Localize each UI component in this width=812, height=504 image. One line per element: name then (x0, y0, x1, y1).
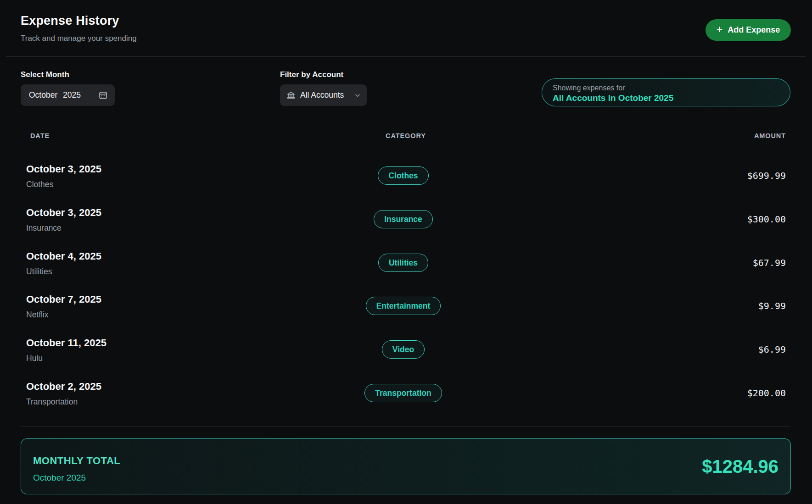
showing-expenses-value: All Accounts in October 2025 (553, 93, 790, 103)
table-footer-divider (21, 426, 790, 426)
expense-amount: $6.99 (758, 344, 786, 355)
category-badge: Entertainment (366, 297, 441, 315)
expense-date-cell: October 2, 2025 Transportation (21, 381, 276, 407)
page-subtitle: Track and manage your spending (21, 34, 137, 43)
table-row: October 3, 2025 Clothes Clothes $699.99 (21, 163, 786, 207)
add-expense-label: Add Expense (728, 25, 780, 35)
expense-description: Insurance (26, 223, 276, 233)
expense-date-cell: October 7, 2025 Netflix (21, 294, 276, 320)
filter-account-label: Filter by Account (280, 70, 343, 79)
account-filter-value: All Accounts (300, 90, 349, 100)
expense-date: October 4, 2025 (26, 250, 276, 262)
showing-expenses-prefix: Showing expenses for (553, 84, 790, 92)
page-title: Expense History (21, 14, 119, 28)
category-badge: Insurance (374, 210, 433, 228)
category-badge: Video (382, 340, 425, 359)
calendar-icon[interactable] (98, 90, 108, 100)
expense-category-cell: Utilities (378, 254, 428, 272)
expense-date-cell: October 3, 2025 Insurance (21, 207, 276, 233)
expense-date: October 3, 2025 (26, 207, 276, 219)
month-picker-value: October 2025 (29, 90, 98, 100)
expense-category-cell: Entertainment (366, 297, 441, 315)
expense-date-cell: October 3, 2025 Clothes (21, 163, 276, 189)
expense-category-cell: Video (382, 340, 425, 359)
table-row: October 4, 2025 Utilities Utilities $67.… (21, 250, 786, 294)
expense-category-cell: Insurance (374, 210, 433, 228)
plus-icon: + (717, 24, 722, 35)
table-row: October 2, 2025 Transportation Transport… (21, 381, 786, 424)
monthly-total-label: MONTHLY TOTAL (33, 455, 120, 467)
expense-amount: $200.00 (747, 388, 786, 399)
table-row: October 7, 2025 Netflix Entertainment $9… (21, 294, 786, 337)
column-header-amount: AMOUNT (754, 132, 786, 139)
account-filter-dropdown[interactable]: All Accounts (280, 84, 367, 106)
monthly-total-period: October 2025 (33, 473, 86, 483)
table-row: October 3, 2025 Insurance Insurance $300… (21, 207, 786, 250)
expense-description: Utilities (26, 266, 276, 277)
showing-expenses-banner: Showing expenses for All Accounts in Oct… (542, 78, 790, 106)
expense-date-cell: October 11, 2025 Hulu (21, 337, 276, 363)
expense-amount: $300.00 (747, 214, 786, 225)
expense-description: Clothes (26, 179, 276, 189)
expense-date: October 2, 2025 (26, 381, 276, 393)
month-picker-input[interactable]: October 2025 (21, 84, 115, 106)
expense-category-cell: Transportation (364, 384, 442, 402)
monthly-total-amount: $1284.96 (702, 456, 778, 477)
expense-amount: $699.99 (747, 170, 786, 181)
category-badge: Clothes (378, 166, 428, 185)
column-header-category: CATEGORY (386, 132, 426, 139)
expense-date: October 11, 2025 (26, 337, 276, 349)
expense-category-cell: Clothes (378, 166, 428, 185)
monthly-total-panel: MONTHLY TOTAL October 2025 $1284.96 (21, 438, 791, 494)
select-month-label: Select Month (21, 70, 69, 79)
expense-amount: $67.99 (753, 257, 786, 268)
expense-date: October 3, 2025 (26, 163, 276, 175)
column-header-date: DATE (30, 132, 50, 139)
expense-table-body: October 3, 2025 Clothes Clothes $699.99 … (21, 163, 786, 424)
table-row: October 11, 2025 Hulu Video $6.99 (21, 337, 786, 381)
category-badge: Transportation (364, 384, 442, 402)
table-header-divider (18, 146, 790, 146)
expense-description: Hulu (26, 353, 276, 363)
expense-description: Netflix (26, 310, 276, 320)
add-expense-button[interactable]: + Add Expense (706, 19, 791, 41)
chevron-down-icon (354, 92, 361, 99)
expense-date-cell: October 4, 2025 Utilities (21, 250, 276, 277)
expense-amount: $9.99 (758, 300, 786, 311)
category-badge: Utilities (378, 254, 428, 272)
expense-description: Transportation (26, 397, 276, 407)
bank-icon (286, 91, 296, 100)
header-divider (6, 56, 806, 57)
expense-date: October 7, 2025 (26, 294, 276, 305)
